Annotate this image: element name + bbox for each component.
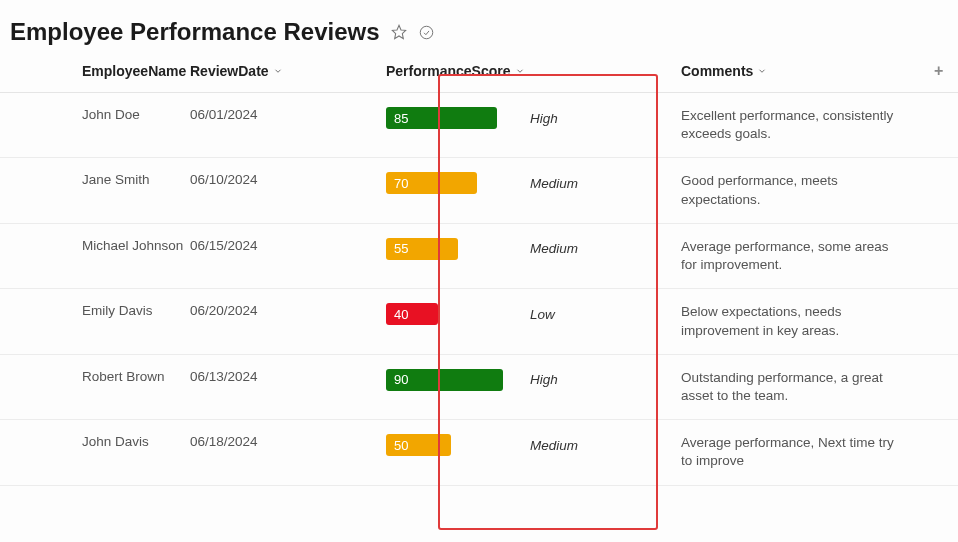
table-row[interactable]: Michael Johnson06/15/202455MediumAverage… (0, 224, 958, 289)
score-bar-fill: 90 (386, 369, 503, 391)
score-bar: 90 (386, 369, 516, 391)
cell-performance-score: 55Medium (366, 238, 616, 260)
score-bar: 50 (386, 434, 516, 456)
check-circle-icon[interactable] (418, 23, 436, 41)
table-row[interactable]: Emily Davis06/20/202440LowBelow expectat… (0, 289, 958, 354)
cell-review-date: 06/15/2024 (190, 238, 366, 253)
cell-comments: Below expectations, needs improvement in… (616, 303, 958, 339)
score-bar-fill: 55 (386, 238, 458, 260)
cell-performance-score: 70Medium (366, 172, 616, 194)
score-level: High (530, 372, 558, 387)
col-header-date[interactable]: ReviewDate (190, 63, 366, 79)
score-level: Low (530, 307, 555, 322)
cell-comments: Excellent performance, consistently exce… (616, 107, 958, 143)
score-level: High (530, 111, 558, 126)
score-bar: 40 (386, 303, 516, 325)
cell-comments: Average performance, Next time try to im… (616, 434, 958, 470)
svg-point-1 (420, 26, 433, 39)
plus-icon: + (934, 62, 943, 80)
cell-performance-score: 50Medium (366, 434, 616, 456)
page-header: Employee Performance Reviews (0, 0, 958, 62)
cell-review-date: 06/20/2024 (190, 303, 366, 318)
cell-employee-name: Robert Brown (0, 369, 190, 384)
cell-employee-name: Jane Smith (0, 172, 190, 187)
cell-review-date: 06/13/2024 (190, 369, 366, 384)
chevron-down-icon (757, 66, 767, 76)
score-bar: 85 (386, 107, 516, 129)
score-level: Medium (530, 438, 578, 453)
table-header-row: EmployeeName ReviewDate PerformanceScore… (0, 62, 958, 93)
add-column-button[interactable]: + (934, 62, 958, 80)
cell-comments: Outstanding performance, a great asset t… (616, 369, 958, 405)
col-header-comments[interactable]: Comments (616, 63, 934, 79)
star-icon[interactable] (390, 23, 408, 41)
cell-performance-score: 85High (366, 107, 616, 129)
cell-review-date: 06/18/2024 (190, 434, 366, 449)
table-row[interactable]: Jane Smith06/10/202470MediumGood perform… (0, 158, 958, 223)
cell-performance-score: 40Low (366, 303, 616, 325)
score-bar: 70 (386, 172, 516, 194)
table-row[interactable]: John Doe06/01/202485HighExcellent perfor… (0, 93, 958, 158)
chevron-down-icon (515, 66, 525, 76)
svg-marker-0 (392, 25, 405, 38)
table-row[interactable]: John Davis06/18/202450MediumAverage perf… (0, 420, 958, 485)
score-level: Medium (530, 176, 578, 191)
score-level: Medium (530, 241, 578, 256)
cell-performance-score: 90High (366, 369, 616, 391)
score-bar-fill: 50 (386, 434, 451, 456)
score-bar-fill: 40 (386, 303, 438, 325)
table-row[interactable]: Robert Brown06/13/202490HighOutstanding … (0, 355, 958, 420)
col-header-comments-label: Comments (681, 63, 753, 79)
cell-employee-name: Michael Johnson (0, 238, 190, 253)
cell-review-date: 06/10/2024 (190, 172, 366, 187)
cell-employee-name: Emily Davis (0, 303, 190, 318)
col-header-name-label: EmployeeName (82, 63, 186, 79)
chevron-down-icon (273, 66, 283, 76)
cell-employee-name: John Doe (0, 107, 190, 122)
cell-review-date: 06/01/2024 (190, 107, 366, 122)
reviews-table: EmployeeName ReviewDate PerformanceScore… (0, 62, 958, 486)
cell-comments: Average performance, some areas for impr… (616, 238, 958, 274)
col-header-name[interactable]: EmployeeName (0, 63, 190, 79)
col-header-date-label: ReviewDate (190, 63, 269, 79)
col-header-score[interactable]: PerformanceScore (366, 63, 616, 79)
cell-employee-name: John Davis (0, 434, 190, 449)
score-bar-fill: 70 (386, 172, 477, 194)
score-bar: 55 (386, 238, 516, 260)
score-bar-fill: 85 (386, 107, 497, 129)
col-header-score-label: PerformanceScore (386, 63, 511, 79)
cell-comments: Good performance, meets expectations. (616, 172, 958, 208)
page-title: Employee Performance Reviews (10, 18, 380, 46)
